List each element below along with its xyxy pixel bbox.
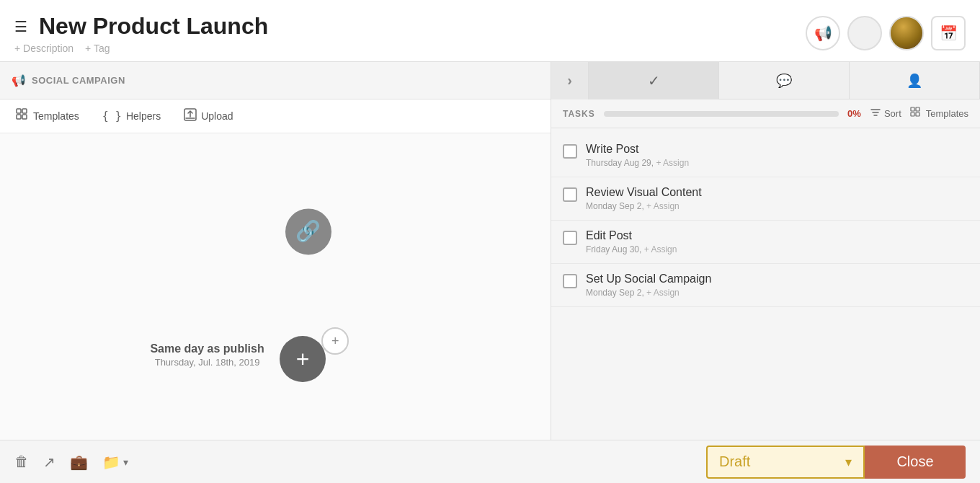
folder-chevron[interactable]: ▾	[123, 456, 128, 468]
tab-check[interactable]: ✓	[589, 62, 719, 99]
footer-left: 🗑 ↗ 💼 📁 ▾	[14, 453, 128, 471]
draft-select[interactable]: Draft ▾	[706, 446, 865, 479]
tasks-sort-button[interactable]: Sort	[870, 107, 901, 120]
section-header: 📢 SOCIAL CAMPAIGN	[0, 62, 551, 99]
task-content-4: Set Up Social Campaign Monday Sep 2, + A…	[586, 272, 968, 298]
calendar-icon: 📅	[940, 25, 958, 42]
header: ☰ New Product Launch + Description + Tag…	[0, 0, 980, 62]
arrow-icon: ›	[567, 72, 572, 89]
announce-button[interactable]: 📢	[806, 16, 840, 50]
add-main-button[interactable]: +	[280, 336, 326, 382]
task-meta-3: Friday Aug 30, + Assign	[586, 244, 968, 254]
templates-label: Templates	[33, 110, 79, 122]
helpers-label: Helpers	[126, 110, 161, 122]
upload-label: Upload	[201, 110, 233, 122]
circle-button[interactable]	[847, 16, 882, 50]
templates-icon	[16, 108, 29, 124]
upload-icon	[184, 108, 197, 124]
tab-comment[interactable]: 💬	[719, 62, 850, 99]
publish-date: Thursday, Jul. 18th, 2019	[150, 357, 264, 368]
page-title: New Product Launch	[39, 13, 268, 40]
task-item: Review Visual Content Monday Sep 2, + As…	[551, 177, 980, 221]
tasks-percent: 0%	[847, 108, 861, 119]
draft-label: Draft	[719, 453, 750, 470]
task-list: Write Post Thursday Aug 29, + Assign Rev…	[551, 128, 980, 440]
svg-rect-8	[916, 112, 919, 116]
main-content: 📢 SOCIAL CAMPAIGN Templates	[0, 62, 980, 440]
link-button[interactable]: 🔗	[285, 208, 331, 254]
add-secondary-button[interactable]: +	[321, 327, 349, 355]
task-meta-2: Monday Sep 2, + Assign	[586, 201, 968, 211]
tab-person[interactable]: 👤	[850, 62, 980, 99]
footer: 🗑 ↗ 💼 📁 ▾ Draft ▾ Close	[0, 440, 980, 483]
task-checkbox-3[interactable]	[563, 231, 577, 245]
task-checkbox-2[interactable]	[563, 187, 577, 202]
task-assign-3[interactable]: + Assign	[644, 244, 677, 254]
task-assign-2[interactable]: + Assign	[646, 201, 680, 211]
footer-right: Draft ▾ Close	[706, 446, 966, 479]
folder-icon[interactable]: 📁	[102, 453, 120, 471]
person-icon: 👤	[906, 73, 922, 89]
task-content-1: Write Post Thursday Aug 29, + Assign	[586, 143, 968, 168]
check-icon: ✓	[648, 72, 660, 89]
add-main-icon: +	[296, 346, 310, 373]
toolbar: Templates { } Helpers Upload	[0, 99, 551, 133]
publish-info: Same day as publish Thursday, Jul. 18th,…	[150, 342, 264, 368]
svg-rect-7	[916, 107, 919, 111]
svg-rect-5	[911, 107, 914, 111]
briefcase-icon[interactable]: 💼	[70, 453, 88, 471]
close-button[interactable]: Close	[865, 446, 966, 479]
announce-icon: 📢	[814, 25, 832, 42]
svg-rect-3	[22, 115, 27, 119]
templates-button[interactable]: Templates	[12, 105, 84, 127]
task-content-2: Review Visual Content Monday Sep 2, + As…	[586, 186, 968, 211]
task-name-4: Set Up Social Campaign	[586, 272, 968, 285]
task-meta-4: Monday Sep 2, + Assign	[586, 288, 968, 298]
upload-button[interactable]: Upload	[179, 105, 237, 127]
header-title-row: ☰ New Product Launch	[14, 13, 268, 40]
add-description-link[interactable]: + Description	[14, 43, 74, 54]
task-assign-1[interactable]: + Assign	[656, 158, 689, 168]
task-date-4: Monday Sep 2,	[586, 288, 644, 298]
svg-rect-0	[17, 109, 21, 113]
task-name-1: Write Post	[586, 143, 968, 156]
section-title: SOCIAL CAMPAIGN	[32, 75, 125, 86]
task-item: Write Post Thursday Aug 29, + Assign	[551, 134, 980, 177]
delete-icon[interactable]: 🗑	[14, 453, 29, 470]
svg-rect-1	[17, 115, 21, 119]
tasks-templates-button[interactable]: Templates	[910, 107, 968, 120]
tab-arrow[interactable]: ›	[551, 62, 589, 99]
task-date-2: Monday Sep 2,	[586, 201, 644, 211]
avatar[interactable]	[889, 16, 924, 50]
task-date-1: Thursday Aug 29,	[586, 158, 654, 168]
draft-chevron-icon: ▾	[845, 454, 852, 470]
calendar-button[interactable]: 📅	[931, 16, 966, 50]
helpers-icon: { }	[102, 110, 122, 123]
sort-label: Sort	[884, 108, 901, 119]
task-name-2: Review Visual Content	[586, 186, 968, 199]
svg-rect-2	[22, 109, 27, 113]
task-item: Set Up Social Campaign Monday Sep 2, + A…	[551, 264, 980, 307]
menu-icon[interactable]: ☰	[14, 18, 27, 35]
add-secondary-icon: +	[331, 334, 339, 349]
task-meta-1: Thursday Aug 29, + Assign	[586, 158, 968, 168]
publish-title: Same day as publish	[150, 342, 264, 355]
task-checkbox-4[interactable]	[563, 274, 577, 288]
svg-rect-6	[911, 112, 914, 116]
canvas-area: 🔗 Same day as publish Thursday, Jul. 18t…	[0, 133, 551, 440]
task-content-3: Edit Post Friday Aug 30, + Assign	[586, 229, 968, 254]
link-icon: 🔗	[295, 219, 321, 243]
section-icon: 📢	[12, 74, 26, 87]
share-icon[interactable]: ↗	[43, 453, 55, 471]
tasks-templates-icon	[910, 107, 922, 120]
comment-icon: 💬	[776, 73, 792, 89]
header-subtitle: + Description + Tag	[14, 43, 268, 54]
helpers-button[interactable]: { } Helpers	[98, 107, 165, 125]
tasks-templates-label: Templates	[926, 108, 968, 119]
header-left: ☰ New Product Launch + Description + Tag	[14, 13, 268, 54]
add-tag-link[interactable]: + Tag	[85, 43, 110, 54]
tasks-label: TASKS	[563, 109, 595, 119]
task-assign-4[interactable]: + Assign	[646, 288, 680, 298]
header-actions: 📢 📅	[806, 16, 966, 50]
task-checkbox-1[interactable]	[563, 144, 577, 159]
